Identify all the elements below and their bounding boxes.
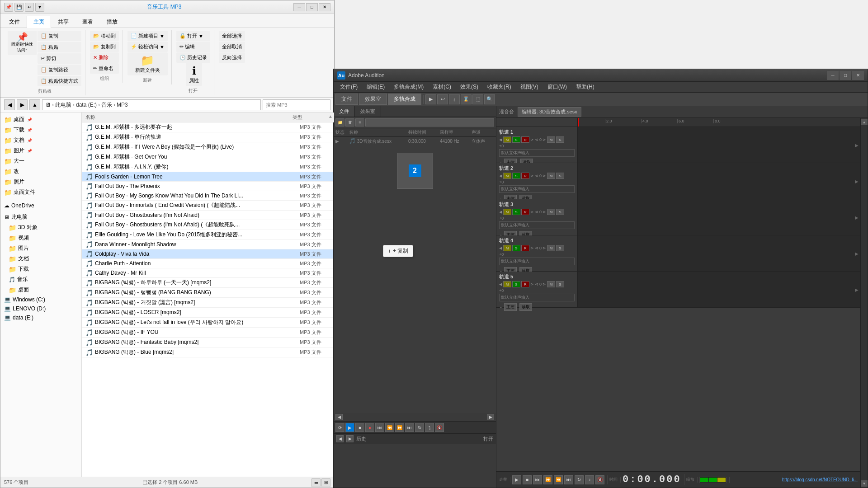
copy-button[interactable]: 📋 复制 xyxy=(38,31,81,41)
col-header-type[interactable]: 类型 xyxy=(291,114,327,121)
file-row[interactable]: 🎵 G.E.M. 邓紫棋 - 单行的轨道 MP3 文件 xyxy=(82,132,334,142)
quick-access-icon[interactable]: 📌 xyxy=(4,3,13,12)
bottom-play-btn[interactable]: ▶ xyxy=(512,475,521,484)
address-path[interactable]: 🖥 › 此电脑 › data (E:) › 音乐 › MP3 xyxy=(42,99,261,110)
sidebar-item-pictures2[interactable]: 📁 图片 xyxy=(0,243,81,253)
pin-button[interactable]: 📌 固定到"快速访问" xyxy=(8,31,37,55)
minimize-button[interactable]: ─ xyxy=(293,3,305,11)
easy-access-button[interactable]: ⚡ 轻松访问▼ xyxy=(127,42,168,52)
col-header-name[interactable]: 名称 xyxy=(82,114,291,121)
file-row[interactable]: 🎵 G.E.M. 邓紫棋 - A.I.N.Y. (爱你) MP3 文件 xyxy=(82,162,334,172)
file-row[interactable]: 🎵 BIGBANG (빅뱅) - 뻥뻥뻥 (BANG BANG BANG) MP… xyxy=(82,288,334,298)
au-minimize-button[interactable]: ─ xyxy=(827,71,839,80)
track-2-record[interactable]: R xyxy=(521,173,529,179)
edit-button[interactable]: ✏ 编辑 xyxy=(176,42,210,52)
back-button[interactable]: ◀ xyxy=(4,99,15,110)
up-button[interactable]: ▲ xyxy=(29,99,40,110)
toolbar-btn-time[interactable]: ⌛ xyxy=(461,94,472,104)
new-folder-button[interactable]: 📁 新建文件夹 xyxy=(127,52,168,75)
select-all-button[interactable]: 全部选择 xyxy=(219,31,245,41)
file-row[interactable]: 🎵 Charlie Puth - Attention MP3 文件 xyxy=(82,259,334,268)
file-row[interactable]: 🎵 BIGBANG (빅뱅) - IF YOU MP3 文件 xyxy=(82,328,334,338)
bottom-prev-btn[interactable]: ⏪ xyxy=(554,475,563,484)
bottom-next-btn[interactable]: ⏭ xyxy=(564,475,573,484)
track-4-input[interactable]: 默认立体声输入 xyxy=(499,258,575,265)
menu-window[interactable]: 窗口(W) xyxy=(543,82,571,92)
tab-file[interactable]: 文件 xyxy=(2,16,27,28)
file-row[interactable]: 🎵 Fall Out Boy - Immortals ( End Credit … xyxy=(82,201,334,211)
sidebar-item-dayi[interactable]: 📁 大一 xyxy=(0,156,81,166)
track-1-mute[interactable]: M xyxy=(503,136,511,143)
toolbar-btn-select[interactable]: ⬚ xyxy=(472,94,483,104)
sidebar-item-documents2[interactable]: 📁 文档 xyxy=(0,253,81,264)
transport-prev-btn[interactable]: ⏮ xyxy=(375,423,384,432)
file-row[interactable]: 🎵 Fall Out Boy - Ghostbusters (I'm Not A… xyxy=(82,211,334,220)
au-maximize-button[interactable]: □ xyxy=(840,71,851,80)
history-button[interactable]: 🕒 历史记录 xyxy=(176,52,210,63)
sidebar-item-pictures[interactable]: 📁 图片 📌 xyxy=(0,145,81,156)
project-thumbnail[interactable]: 2 xyxy=(397,153,433,189)
file-row[interactable]: 🎵 G.E.M. 邓紫棋 - If I Were A Boy (假如我是一个男孩… xyxy=(82,142,334,152)
sidebar-scroll-up[interactable]: ▲ xyxy=(861,119,868,125)
file-row[interactable]: 🎵 BIGBANG (빅뱅) - Fantastic Baby [mqms2] … xyxy=(82,338,334,347)
sidebar-item-drive-e[interactable]: 💻 data (E:) xyxy=(0,313,81,322)
toolbar-btn-cursor[interactable]: ↕ xyxy=(449,94,460,104)
delete-button[interactable]: ✕ 删除 xyxy=(90,52,119,63)
file-row[interactable]: 🎵 BIGBANG (빅뱅) - 거짓말 (謊言) [mqms2] MP3 文件 xyxy=(82,298,334,308)
track-2-solo[interactable]: S xyxy=(512,173,520,179)
menu-view[interactable]: 视图(V) xyxy=(516,82,543,92)
toolbar-btn-1[interactable]: ▶ xyxy=(425,94,436,104)
track-1-solo[interactable]: S xyxy=(512,136,520,143)
sidebar-item-3dobjects[interactable]: 📁 3D 对象 xyxy=(0,222,81,233)
au-files-btn-2[interactable]: 🗑 xyxy=(345,118,354,127)
sidebar-item-onedrive[interactable]: ☁ OneDrive xyxy=(0,201,81,210)
file-row[interactable]: 🎵 Ellie Goulding - Love Me Like You Do (… xyxy=(82,230,334,240)
history-btn-1[interactable]: ◀ xyxy=(336,435,344,442)
transport-rewind-btn[interactable]: ⏪ xyxy=(385,423,394,432)
sidebar-item-documents[interactable]: 📁 文档 📌 xyxy=(0,135,81,145)
menu-clip[interactable]: 素材(C) xyxy=(428,82,456,92)
track-3-input[interactable]: 默认立体声输入 xyxy=(499,221,575,229)
file-row[interactable]: 🎵 G.E.M. 邓紫棋 - Get Over You MP3 文件 xyxy=(82,152,334,162)
file-row[interactable]: 🎵 G.E.M. 邓紫棋 - 多远都要在一起 MP3 文件 xyxy=(82,122,334,132)
sidebar-item-desktop[interactable]: 📁 桌面 📌 xyxy=(0,114,81,125)
track-3-record[interactable]: R xyxy=(521,209,529,215)
transport-next-btn[interactable]: ⏭ xyxy=(405,423,414,432)
copy-to-button[interactable]: 📂 复制到 xyxy=(90,42,119,52)
menu-favorites[interactable]: 收藏夹(R) xyxy=(483,82,516,92)
track-4-mute2[interactable]: M xyxy=(547,245,555,251)
transport-skip-btn[interactable]: ⤵ xyxy=(425,423,434,432)
sidebar-scroll-down[interactable]: ▼ xyxy=(861,480,868,487)
rename-button[interactable]: ✏ 重命名 xyxy=(90,63,119,74)
scroll-up-icon[interactable]: ▲ xyxy=(327,114,334,121)
path-part-computer[interactable]: 此电脑 xyxy=(55,101,71,109)
file-row[interactable]: 🎵 Fall Out Boy - Ghostbusters (I'm Not A… xyxy=(82,220,334,230)
path-part-mp3[interactable]: MP3 xyxy=(117,102,128,108)
au-files-btn-3[interactable]: ≡ xyxy=(355,118,364,127)
panel-tab-file[interactable]: 文件 xyxy=(334,106,355,117)
file-row[interactable]: 🎵 BIGBANG (빅뱅) - 하루하루 (一天一天) [mqms2] MP3… xyxy=(82,278,334,288)
track-1-mute2[interactable]: M xyxy=(547,136,555,143)
search-input[interactable] xyxy=(263,99,330,110)
bottom-click-btn[interactable]: ♪ xyxy=(585,475,594,484)
track-5-readout[interactable]: 读取 xyxy=(519,303,532,311)
transport-stop-btn[interactable]: ■ xyxy=(355,423,364,432)
file-row[interactable]: 🎵 Coldplay - Viva la Vida MP3 文件 xyxy=(82,249,334,259)
close-button[interactable]: ✕ xyxy=(319,3,330,11)
bottom-loop-btn[interactable]: ↻ xyxy=(575,475,584,484)
menu-file[interactable]: 文件(F) xyxy=(335,82,362,92)
track-5-record[interactable]: R xyxy=(521,281,529,287)
bottom-link[interactable]: https://blog.csdn.net/NOTFOUND_li... xyxy=(782,477,858,482)
track-2-input[interactable]: 默认立体声输入 xyxy=(499,185,575,193)
invert-selection-button[interactable]: 反向选择 xyxy=(219,52,245,63)
nav-left-btn[interactable]: ◀ xyxy=(335,414,343,420)
cut-button[interactable]: ✂ 剪切 xyxy=(38,53,81,64)
forward-button[interactable]: ▶ xyxy=(17,99,28,110)
sidebar-item-videos[interactable]: 📁 视频 xyxy=(0,233,81,243)
file-row[interactable]: 🎵 Fool's Garden - Lemon Tree MP3 文件 xyxy=(82,172,334,182)
track-1-input[interactable]: 默认立体声输入 xyxy=(499,149,575,157)
new-item-button[interactable]: 📄 新建项目▼ xyxy=(127,31,168,41)
file-row[interactable]: 🎵 BIGBANG (빅뱅) - Let's not fall in love … xyxy=(82,318,334,328)
paste-button[interactable]: 📋 粘贴 xyxy=(38,42,81,52)
file-row[interactable]: 🎵 Fall Out Boy - My Songs Know What You … xyxy=(82,191,334,201)
